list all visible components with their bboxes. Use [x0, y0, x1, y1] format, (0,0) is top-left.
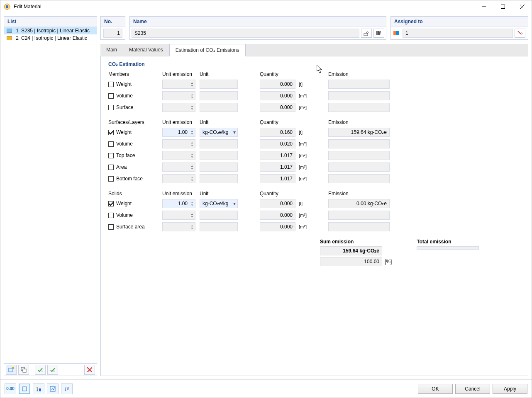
members-surface-unit[interactable] — [200, 103, 238, 112]
surfaces-weight-checkbox[interactable] — [108, 130, 114, 135]
row-label: Volume — [116, 212, 133, 218]
list-body: 1 S235 | Isotropic | Linear Elastic 2 C2… — [4, 27, 97, 363]
spin-down-icon[interactable]: ▾ — [189, 107, 195, 110]
surfaces-weight-emission — [328, 128, 390, 137]
formula-button[interactable]: ƒ# — [61, 383, 73, 394]
tab-co2-emissions[interactable]: Estimation of CO₂ Emissions — [169, 44, 246, 56]
row-label: Volume — [116, 93, 133, 99]
spin-up-icon[interactable]: ▴ — [189, 153, 195, 155]
spin-down-icon[interactable]: ▾ — [189, 144, 195, 147]
close-button[interactable] — [512, 0, 532, 13]
surfaces-area-unit[interactable] — [200, 163, 238, 172]
spin-down-icon[interactable]: ▾ — [189, 204, 195, 206]
members-volume-checkbox[interactable] — [108, 93, 114, 99]
members-volume-unit[interactable] — [200, 91, 238, 100]
pick-assign-button[interactable] — [515, 29, 525, 38]
members-weight-unit[interactable] — [200, 80, 238, 89]
solids-volume-checkbox[interactable] — [108, 213, 114, 218]
spin-up-icon[interactable]: ▴ — [189, 164, 195, 167]
col-unit-emission: Unit emission — [162, 191, 200, 197]
maximize-button[interactable] — [493, 0, 512, 13]
spin-down-icon[interactable]: ▾ — [189, 84, 195, 87]
diagram-button[interactable] — [47, 383, 59, 394]
cancel-button[interactable]: Cancel — [455, 384, 490, 394]
exclude-button[interactable] — [47, 365, 58, 375]
list-item[interactable]: 2 C24 | Isotropic | Linear Elastic — [4, 34, 97, 42]
members-surface-checkbox[interactable] — [108, 105, 114, 110]
spin-down-icon[interactable]: ▾ — [189, 179, 195, 182]
tab-material-values[interactable]: Material Values — [123, 44, 169, 56]
surfaces-bottomface-unit[interactable] — [200, 174, 238, 183]
delete-item-button[interactable] — [84, 365, 95, 375]
sum-emission-value: 159.64 kg-CO₂e — [320, 246, 382, 255]
members-weight-checkbox[interactable] — [108, 82, 114, 87]
members-weight-emission — [328, 80, 390, 89]
chevron-down-icon[interactable]: ▾ — [232, 201, 237, 206]
spin-up-icon[interactable]: ▴ — [189, 201, 195, 204]
svg-rect-1 — [6, 5, 8, 8]
units-button[interactable]: 0.00 — [5, 383, 16, 394]
solids-surfacearea-unit[interactable] — [200, 222, 238, 231]
row-label: Bottom face — [116, 176, 143, 182]
titlebar: Edit Material — [0, 0, 532, 13]
assigned-input[interactable] — [403, 29, 513, 38]
spin-up-icon[interactable]: ▴ — [189, 104, 195, 107]
spin-down-icon[interactable]: ▾ — [189, 167, 195, 170]
chevron-down-icon[interactable]: ▾ — [232, 129, 237, 135]
row-label: Area — [116, 164, 127, 170]
no-label: No. — [101, 17, 125, 27]
spin-up-icon[interactable]: ▴ — [189, 212, 195, 215]
surfaces-bottomface-checkbox[interactable] — [108, 176, 114, 182]
spin-up-icon[interactable]: ▴ — [189, 176, 195, 179]
solids-surfacearea-checkbox[interactable] — [108, 224, 114, 230]
preview-button[interactable] — [19, 383, 30, 394]
spin-up-icon[interactable]: ▴ — [189, 129, 195, 132]
copy-item-button[interactable] — [18, 365, 29, 375]
surfaces-area-checkbox[interactable] — [108, 165, 114, 170]
col-quantity: Quantity — [260, 71, 297, 77]
spin-down-icon[interactable]: ▾ — [189, 96, 195, 99]
surfaces-topface-checkbox[interactable] — [108, 153, 114, 158]
surfaces-topface-unit[interactable] — [200, 151, 238, 160]
col-emission: Emission — [328, 191, 390, 197]
qty-unit: [m²] — [297, 176, 310, 181]
spin-up-icon[interactable]: ▴ — [189, 81, 195, 84]
minimize-button[interactable] — [474, 0, 493, 13]
tab-main[interactable]: Main — [100, 44, 123, 56]
row-label: Surface area — [116, 224, 145, 230]
spin-down-icon[interactable]: ▾ — [189, 132, 195, 135]
no-field: No. — [100, 16, 125, 40]
col-unit: Unit — [200, 191, 241, 197]
library-button[interactable] — [373, 29, 384, 38]
list-item[interactable]: 1 S235 | Isotropic | Linear Elastic — [4, 27, 97, 34]
surfaces-volume-checkbox[interactable] — [108, 141, 114, 147]
apply-button[interactable]: Apply — [493, 384, 527, 394]
solids-weight-checkbox[interactable] — [108, 201, 114, 206]
model-button[interactable] — [33, 383, 44, 394]
new-item-button[interactable]: ✱ — [6, 365, 17, 375]
surfaces-volume-unit[interactable] — [200, 139, 238, 148]
col-unit-emission: Unit emission — [162, 119, 200, 125]
spin-down-icon[interactable]: ▾ — [189, 155, 195, 158]
sum-percent-unit: [%] — [385, 259, 392, 265]
svg-line-5 — [520, 5, 525, 9]
include-button[interactable] — [35, 365, 46, 375]
edit-name-button[interactable] — [361, 29, 372, 38]
spin-down-icon[interactable]: ▾ — [189, 215, 195, 218]
spin-up-icon[interactable]: ▴ — [189, 141, 195, 144]
solids-volume-unit[interactable] — [200, 211, 238, 220]
spin-up-icon[interactable]: ▴ — [189, 224, 195, 227]
surfaces-bottomface-qty — [260, 174, 295, 183]
name-input[interactable] — [132, 29, 359, 38]
ok-button[interactable]: OK — [418, 384, 453, 394]
spin-down-icon[interactable]: ▾ — [189, 227, 195, 230]
svg-line-20 — [518, 31, 521, 34]
surfaces-topface-qty — [260, 151, 295, 160]
svg-point-22 — [37, 387, 38, 388]
assign-type-icon — [393, 31, 399, 35]
solids-volume-qty — [260, 211, 295, 220]
spin-up-icon[interactable]: ▴ — [189, 93, 195, 96]
svg-rect-3 — [501, 5, 505, 9]
no-input[interactable] — [103, 29, 122, 38]
list-item-label: S235 | Isotropic | Linear Elastic — [21, 28, 90, 34]
